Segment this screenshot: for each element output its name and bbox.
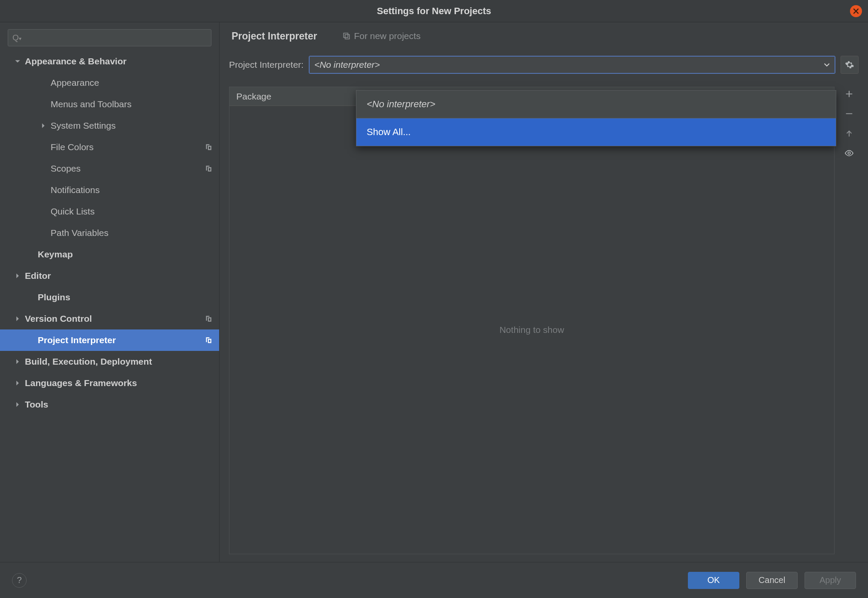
interpreter-value: <No interpreter> [314,60,380,70]
sidebar-item-label: Project Interpreter [38,335,116,345]
close-icon [853,8,859,14]
sidebar-item-scopes[interactable]: Scopes [0,158,219,179]
sidebar-item-menus-and-toolbars[interactable]: Menus and Toolbars [0,94,219,115]
sidebar-item-label: File Colors [51,142,93,152]
sidebar-item-editor[interactable]: Editor [0,265,219,287]
sidebar-item-label: Keymap [38,249,73,260]
search-input[interactable]: Q▾ [8,29,211,46]
sidebar-item-label: Scopes [51,163,81,174]
plus-icon [844,89,854,99]
sidebar-item-label: Path Variables [51,228,108,238]
per-project-icon [204,314,213,323]
apply-button[interactable]: Apply [805,572,856,589]
arrow-up-icon [844,129,854,138]
expand-arrow-icon [13,402,22,408]
per-project-icon [204,164,213,173]
sidebar-item-appearance-behavior[interactable]: Appearance & Behavior [0,51,219,72]
remove-package-button[interactable] [843,107,856,120]
expand-arrow-icon [13,273,22,279]
sidebar-item-label: Editor [25,271,51,281]
sidebar-item-system-settings[interactable]: System Settings [0,115,219,136]
chevron-down-icon [824,60,830,70]
sidebar-item-path-variables[interactable]: Path Variables [0,222,219,244]
sidebar-item-label: Notifications [51,185,99,195]
sidebar-item-label: Menus and Toolbars [51,99,132,109]
interpreter-label: Project Interpreter: [229,60,304,70]
stack-icon [343,32,350,40]
sidebar-item-label: System Settings [51,121,116,131]
sidebar-item-keymap[interactable]: Keymap [0,244,219,265]
interpreter-combo[interactable]: <No interpreter> [309,56,835,74]
sidebar-item-notifications[interactable]: Notifications [0,179,219,201]
page-title: Project Interpreter [232,30,317,42]
sidebar-item-plugins[interactable]: Plugins [0,287,219,308]
expand-arrow-icon [39,123,48,129]
dialog-footer: ? OK Cancel Apply [0,562,868,598]
upgrade-package-button[interactable] [843,127,856,140]
svg-rect-1 [345,35,350,39]
sidebar-item-label: Appearance & Behavior [25,56,127,66]
packages-table: Package Nothing to show [229,87,835,554]
minus-icon [844,109,854,118]
sidebar: Q▾ Appearance & BehaviorAppearanceMenus … [0,22,220,562]
svg-point-2 [848,152,850,154]
page-subtitle: For new projects [343,31,420,41]
sidebar-item-languages-frameworks[interactable]: Languages & Frameworks [0,372,219,394]
show-early-releases-button[interactable] [843,147,856,160]
dropdown-item-show-all[interactable]: Show All... [356,118,836,146]
window-title: Settings for New Projects [377,6,491,17]
sidebar-item-appearance[interactable]: Appearance [0,72,219,94]
sidebar-item-label: Version Control [25,314,92,324]
expand-arrow-icon [13,359,22,365]
sidebar-item-label: Tools [25,399,48,410]
sidebar-item-file-colors[interactable]: File Colors [0,136,219,158]
title-bar: Settings for New Projects [0,0,868,22]
settings-tree: Appearance & BehaviorAppearanceMenus and… [0,51,219,562]
sidebar-item-project-interpreter[interactable]: Project Interpreter [0,329,219,351]
dropdown-item-no-interpreter[interactable]: <No interpreter> [356,91,836,118]
sidebar-item-label: Languages & Frameworks [25,378,137,388]
close-button[interactable] [850,5,862,17]
sidebar-item-build-execution-deployment[interactable]: Build, Execution, Deployment [0,351,219,372]
sidebar-item-label: Build, Execution, Deployment [25,356,152,367]
expand-arrow-icon [13,316,22,322]
expand-arrow-icon [13,58,22,64]
per-project-icon [204,335,213,345]
help-button[interactable]: ? [12,573,27,588]
sidebar-item-label: Plugins [38,292,70,302]
interpreter-dropdown: <No interpreter> Show All... [356,90,836,146]
ok-button[interactable]: OK [688,572,739,589]
add-package-button[interactable] [843,88,856,100]
interpreter-settings-button[interactable] [841,56,859,74]
sidebar-item-quick-lists[interactable]: Quick Lists [0,201,219,222]
cancel-button[interactable]: Cancel [746,572,798,589]
per-project-icon [204,142,213,152]
table-empty-text: Nothing to show [229,106,834,554]
sidebar-item-tools[interactable]: Tools [0,394,219,415]
sidebar-item-label: Quick Lists [51,206,95,217]
gear-icon [845,60,854,69]
sidebar-item-version-control[interactable]: Version Control [0,308,219,329]
search-placeholder: Q▾ [12,33,21,42]
eye-icon [844,148,854,158]
sidebar-item-label: Appearance [51,78,99,88]
expand-arrow-icon [13,380,22,386]
svg-rect-0 [344,33,348,37]
